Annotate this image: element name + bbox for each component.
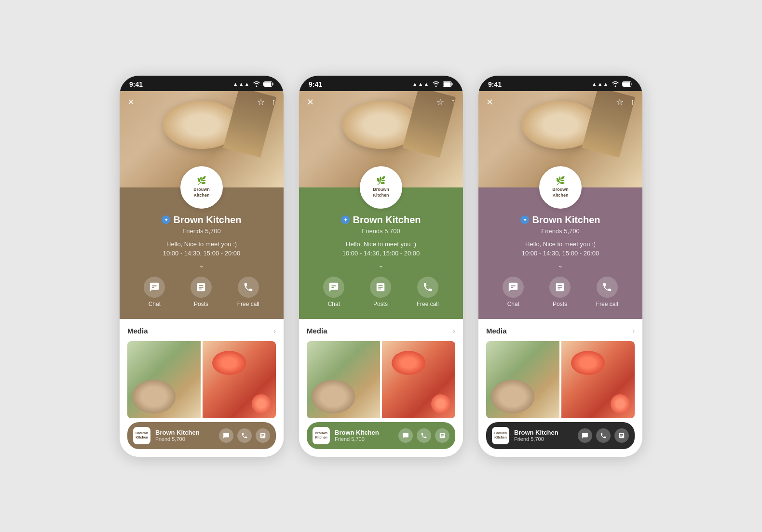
avatar-wrapper-brown: 🌿 Brouwn Kitchen [120,166,284,209]
color-panel-green: 🌿 Brouwn Kitchen ✦ Brown Kitchen Friends… [299,166,463,319]
notif-avatar-brown: BrouwnKitchen [133,427,150,444]
profile-bio-mauve: Hello, Nice to meet you :) 10:00 - 14:30… [478,239,642,258]
call-button-green[interactable]: Free call [417,277,439,307]
chat-icon-mauve [503,277,524,298]
media-arrow-green[interactable]: › [453,327,455,335]
media-image-right-brown [203,341,276,418]
call-label-brown: Free call [237,301,259,307]
avatar-wrapper-green: 🌿 Brouwn Kitchen [299,166,463,209]
notif-chat-green[interactable] [398,428,413,443]
verified-badge-green: ✦ [341,215,350,224]
phone-mauve: 9:41 ▲▲▲ [478,76,642,457]
wifi-icon-mauve [612,80,619,88]
media-cell-left-brown [127,341,201,418]
chevron-green[interactable]: ⌄ [299,261,463,269]
posts-button-brown[interactable]: Posts [190,277,212,307]
svg-rect-5 [623,82,630,86]
phone-green: 9:41 ▲▲▲ [299,76,463,457]
friends-count-brown: Friends 5,700 [120,227,284,235]
avatar-green: 🌿 Brouwn Kitchen [360,166,402,209]
signal-icon-brown: ▲▲▲ [232,81,250,88]
notif-call-brown[interactable] [237,428,252,443]
notif-text-green: Brown Kitchen Friend 5,700 [335,429,394,442]
hero-right-icons-mauve: ☆ ↑ [616,97,635,107]
action-buttons-green: Chat Posts Free call [299,269,463,307]
share-button-mauve[interactable]: ↑ [630,97,635,107]
avatar-wrapper-mauve: 🌿 Brouwn Kitchen [478,166,642,209]
notif-chat-mauve[interactable] [578,428,592,443]
close-button-green[interactable]: ✕ [307,97,314,107]
favorite-button-brown[interactable]: ☆ [257,97,265,107]
time-brown: 9:41 [129,80,143,88]
notif-call-mauve[interactable] [596,428,611,443]
posts-icon-mauve [549,277,571,298]
action-buttons-brown: Chat Posts Free ca [120,269,284,307]
media-image-left-mauve [486,341,559,418]
media-section-brown: Media › BrouwnKitchen Brown Kitchen Frie… [120,319,284,457]
profile-name-mauve: Brown Kitchen [532,214,600,226]
chat-button-green[interactable]: Chat [323,277,344,307]
status-bar-brown: 9:41 ▲▲▲ [120,76,284,91]
avatar-brown: 🌿 Brouwn Kitchen [180,166,223,209]
close-button-brown[interactable]: ✕ [127,97,135,107]
notif-chat-brown[interactable] [219,428,233,443]
notif-posts-brown[interactable] [256,428,270,443]
notification-bar-green[interactable]: BrouwnKitchen Brown Kitchen Friend 5,700 [307,422,455,449]
favorite-button-mauve[interactable]: ☆ [616,97,624,107]
media-title-green: Media [307,327,327,335]
media-image-left-brown [127,341,201,418]
signal-icon-mauve: ▲▲▲ [591,81,609,88]
call-button-brown[interactable]: Free call [237,277,259,307]
chat-button-brown[interactable]: Chat [144,277,165,307]
chat-icon-green [323,277,344,298]
call-button-mauve[interactable]: Free call [596,277,618,307]
friends-count-mauve: Friends 5,700 [478,227,642,235]
profile-name-brown: Brown Kitchen [173,214,241,226]
media-arrow-brown[interactable]: › [273,327,276,335]
notif-actions-brown [219,428,270,443]
bio-line1-green: Hello, Nice to meet you :) [311,239,451,249]
hero-overlay-brown: ✕ ☆ ↑ [120,97,284,107]
notif-posts-mauve[interactable] [614,428,629,443]
share-button-green[interactable]: ↑ [451,97,455,107]
notification-bar-mauve[interactable]: BrouwnKitchen Brown Kitchen Friend 5,700 [486,422,635,449]
hero-overlay-mauve: ✕ ☆ ↑ [478,97,642,107]
status-icons-brown: ▲▲▲ [232,80,274,88]
favorite-button-green[interactable]: ☆ [436,97,444,107]
posts-label-green: Posts [373,301,388,307]
profile-bio-brown: Hello, Nice to meet you :) 10:00 - 14:30… [120,239,284,258]
chat-label-brown: Chat [149,301,161,307]
notif-posts-green[interactable] [435,428,449,443]
avatar-line2-brown: Kitchen [193,193,209,199]
notification-bar-brown[interactable]: BrouwnKitchen Brown Kitchen Friend 5,700 [127,422,276,449]
bio-line2-mauve: 10:00 - 14:30, 15:00 - 20:00 [490,249,631,258]
media-header-green: Media › [307,327,455,335]
notif-call-green[interactable] [417,428,431,443]
media-arrow-mauve[interactable]: › [632,327,635,335]
time-mauve: 9:41 [488,80,502,88]
bio-line1-mauve: Hello, Nice to meet you :) [490,239,631,249]
status-icons-green: ▲▲▲ [412,80,453,88]
hero-right-icons-green: ☆ ↑ [436,97,455,107]
notif-name-brown: Brown Kitchen [155,429,214,436]
wifi-icon-green [432,80,440,88]
status-icons-mauve: ▲▲▲ [591,80,633,88]
bio-line1-brown: Hello, Nice to meet you :) [131,239,272,249]
media-section-mauve: Media › BrouwnKitchen Brown Kitchen Frie… [478,319,642,457]
svg-rect-3 [444,82,451,86]
action-buttons-mauve: Chat Posts Free call [478,269,642,307]
avatar-icon-green: 🌿 [376,176,386,186]
notif-actions-mauve [578,428,629,443]
chat-button-mauve[interactable]: Chat [503,277,524,307]
share-button-brown[interactable]: ↑ [272,97,276,107]
status-bar-mauve: 9:41 ▲▲▲ [478,76,642,91]
media-grid-brown [127,341,276,418]
notif-name-green: Brown Kitchen [335,429,394,436]
posts-button-green[interactable]: Posts [370,277,391,307]
hero-overlay-green: ✕ ☆ ↑ [299,97,463,107]
posts-button-mauve[interactable]: Posts [549,277,571,307]
chevron-mauve[interactable]: ⌄ [478,261,642,269]
color-panel-mauve: 🌿 Brouwn Kitchen ✦ Brown Kitchen Friends… [478,166,642,319]
chevron-brown[interactable]: ⌄ [120,261,284,269]
close-button-mauve[interactable]: ✕ [486,97,493,107]
